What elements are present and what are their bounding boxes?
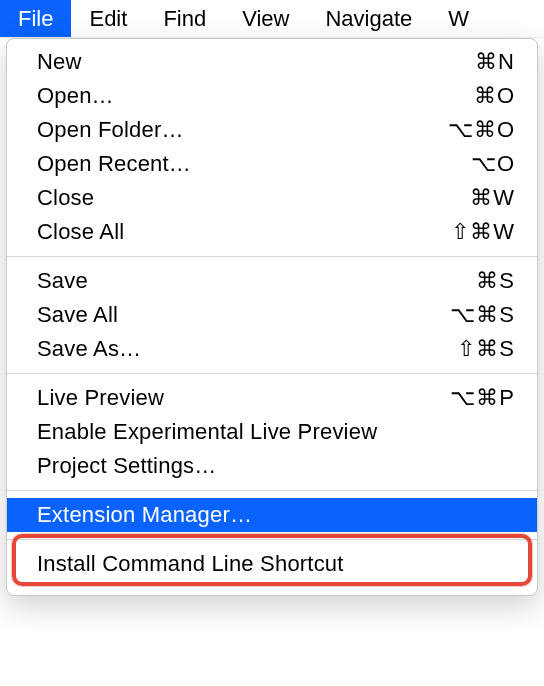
menu-item-shortcut: ⌥⌘S [450, 302, 515, 328]
menu-item-project-settings[interactable]: Project Settings… [7, 449, 537, 483]
menu-item-shortcut: ⇧⌘S [457, 336, 515, 362]
menu-item-open-folder[interactable]: Open Folder… ⌥⌘O [7, 113, 537, 147]
menubar-item-find[interactable]: Find [145, 0, 224, 37]
menu-item-label: Extension Manager… [37, 502, 252, 528]
menu-item-shortcut: ⌘O [474, 83, 515, 109]
menu-item-label: Install Command Line Shortcut [37, 551, 344, 577]
menu-separator [7, 539, 537, 540]
menu-item-shortcut: ⇧⌘W [451, 219, 515, 245]
menu-item-label: Enable Experimental Live Preview [37, 419, 377, 445]
menubar-item-truncated[interactable]: W [430, 0, 487, 37]
menubar-item-edit[interactable]: Edit [71, 0, 145, 37]
menu-item-shortcut: ⌘S [476, 268, 515, 294]
menubar-item-view[interactable]: View [224, 0, 307, 37]
menubar-item-file[interactable]: File [0, 0, 71, 37]
menu-item-save-as[interactable]: Save As… ⇧⌘S [7, 332, 537, 366]
menubar-label: Edit [89, 6, 127, 32]
menubar-label: Navigate [325, 6, 412, 32]
menu-item-label: Open Recent… [37, 151, 191, 177]
menu-item-shortcut: ⌘W [470, 185, 515, 211]
menubar-label: W [448, 6, 469, 32]
menu-separator [7, 490, 537, 491]
menu-item-label: Save As… [37, 336, 141, 362]
menu-item-shortcut: ⌘N [475, 49, 515, 75]
menu-item-save-all[interactable]: Save All ⌥⌘S [7, 298, 537, 332]
menu-item-close-all[interactable]: Close All ⇧⌘W [7, 215, 537, 249]
menu-item-label: Open Folder… [37, 117, 184, 143]
menubar-label: Find [163, 6, 206, 32]
menu-item-open[interactable]: Open… ⌘O [7, 79, 537, 113]
menu-item-enable-experimental-live-preview[interactable]: Enable Experimental Live Preview [7, 415, 537, 449]
menu-item-shortcut: ⌥⌘O [448, 117, 515, 143]
menu-item-label: Project Settings… [37, 453, 216, 479]
menu-item-label: Save [37, 268, 88, 294]
menu-item-label: New [37, 49, 82, 75]
menu-item-label: Live Preview [37, 385, 164, 411]
menubar-label: View [242, 6, 289, 32]
menubar-label: File [18, 6, 53, 32]
menu-item-extension-manager[interactable]: Extension Manager… [7, 498, 537, 532]
menubar-item-navigate[interactable]: Navigate [307, 0, 430, 37]
menu-separator [7, 373, 537, 374]
menu-item-shortcut: ⌥⌘P [450, 385, 515, 411]
menu-item-label: Open… [37, 83, 114, 109]
file-menu-dropdown: New ⌘N Open… ⌘O Open Folder… ⌥⌘O Open Re… [6, 38, 538, 596]
menu-item-live-preview[interactable]: Live Preview ⌥⌘P [7, 381, 537, 415]
menu-item-open-recent[interactable]: Open Recent… ⌥O [7, 147, 537, 181]
menu-item-shortcut: ⌥O [471, 151, 515, 177]
menu-item-label: Save All [37, 302, 118, 328]
menu-item-label: Close [37, 185, 94, 211]
menu-item-save[interactable]: Save ⌘S [7, 264, 537, 298]
menu-separator [7, 256, 537, 257]
menu-item-install-command-line-shortcut[interactable]: Install Command Line Shortcut [7, 547, 537, 581]
menu-item-close[interactable]: Close ⌘W [7, 181, 537, 215]
menu-item-new[interactable]: New ⌘N [7, 45, 537, 79]
menu-item-label: Close All [37, 219, 124, 245]
menubar: File Edit Find View Navigate W [0, 0, 544, 38]
